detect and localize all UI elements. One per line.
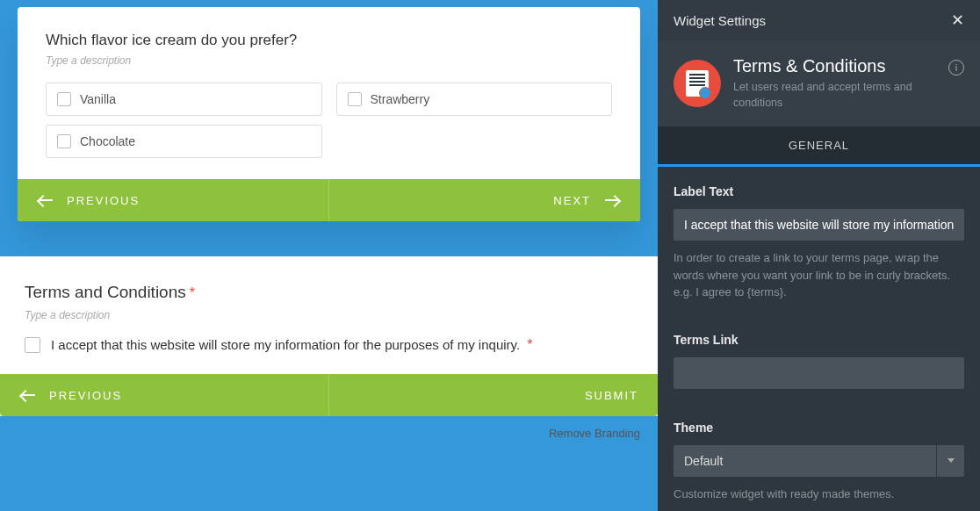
tab-general[interactable]: GENERAL [658, 126, 980, 167]
option-label: Strawberry [371, 92, 430, 106]
document-check-icon [686, 70, 709, 97]
label-text-input[interactable] [674, 209, 964, 241]
close-icon[interactable]: ✕ [951, 11, 964, 30]
option-chocolate[interactable]: Chocolate [46, 125, 322, 158]
form-preview-area: Which flavor ice cream do you prefer? Ty… [0, 0, 658, 511]
label-text-help: In order to create a link to your terms … [674, 249, 964, 301]
option-label: Vanilla [80, 92, 116, 106]
required-asterisk: * [190, 285, 195, 300]
widget-description: Let users read and accept terms and cond… [733, 80, 936, 111]
theme-select[interactable]: Default [674, 445, 964, 477]
arrow-left-icon [37, 196, 54, 205]
widget-settings-panel: Widget Settings ✕ Terms & Conditions Let… [658, 0, 980, 511]
sidebar-content: Label Text In order to create a link to … [658, 167, 980, 511]
widget-name: Terms & Conditions [733, 56, 936, 76]
sidebar-header: Widget Settings ✕ [658, 0, 980, 40]
terms-card: Terms and Conditions* Type a description… [0, 256, 658, 416]
nav-bar: PREVIOUS SUBMIT [0, 374, 658, 416]
arrow-left-icon [19, 391, 37, 399]
theme-help: Customize widget with ready made themes. [674, 486, 964, 503]
option-strawberry[interactable]: Strawberry [336, 83, 613, 116]
theme-value: Default [674, 445, 936, 477]
next-button[interactable]: NEXT [329, 179, 640, 221]
widget-icon-circle [674, 60, 721, 107]
checkbox-icon [348, 92, 362, 106]
label-text-label: Label Text [674, 184, 964, 198]
submit-label: SUBMIT [585, 389, 638, 402]
option-label: Chocolate [80, 134, 135, 148]
sidebar-title: Widget Settings [674, 13, 766, 28]
required-asterisk: * [527, 337, 532, 352]
next-label: NEXT [553, 194, 591, 207]
submit-button[interactable]: SUBMIT [329, 374, 658, 416]
terms-title[interactable]: Terms and Conditions* [25, 283, 633, 302]
option-vanilla[interactable]: Vanilla [46, 83, 322, 116]
chevron-down-icon [936, 445, 964, 477]
remove-branding-link[interactable]: Remove Branding [0, 416, 658, 440]
arrow-right-icon [603, 196, 621, 205]
theme-label: Theme [674, 421, 964, 435]
terms-link-input[interactable] [674, 357, 964, 389]
prev-label: PREVIOUS [67, 194, 140, 207]
checkbox-icon [57, 92, 71, 106]
previous-button[interactable]: PREVIOUS [0, 374, 329, 416]
widget-header: Terms & Conditions Let users read and ac… [658, 40, 980, 126]
terms-link-label: Terms Link [674, 333, 964, 347]
description-placeholder[interactable]: Type a description [46, 54, 612, 67]
accept-text: I accept that this website will store my… [51, 337, 533, 353]
checkbox-icon[interactable] [25, 337, 40, 353]
previous-button[interactable]: PREVIOUS [18, 179, 329, 221]
nav-bar: PREVIOUS NEXT [18, 179, 640, 221]
accept-row[interactable]: I accept that this website will store my… [25, 337, 633, 353]
prev-label: PREVIOUS [49, 389, 122, 402]
question-title[interactable]: Which flavor ice cream do you prefer? [46, 32, 612, 49]
question-card-flavor: Which flavor ice cream do you prefer? Ty… [18, 7, 640, 221]
description-placeholder[interactable]: Type a description [25, 309, 633, 321]
info-icon[interactable]: i [948, 60, 964, 76]
checkbox-icon [57, 134, 71, 148]
